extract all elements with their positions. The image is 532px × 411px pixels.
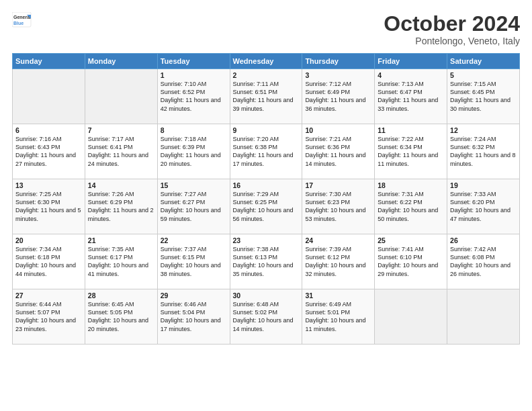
week-row-3: 13Sunrise: 7:25 AM Sunset: 6:30 PM Dayli…	[13, 179, 520, 234]
day-number: 15	[161, 181, 227, 189]
cell-3-4: 16Sunrise: 7:29 AM Sunset: 6:25 PM Dayli…	[230, 179, 302, 234]
day-number: 19	[450, 181, 517, 189]
day-number: 6	[15, 126, 82, 134]
week-row-5: 27Sunrise: 6:44 AM Sunset: 5:07 PM Dayli…	[13, 289, 520, 345]
cell-5-7	[447, 289, 520, 345]
day-info: Sunrise: 7:26 AM Sunset: 6:29 PM Dayligh…	[88, 190, 154, 223]
col-wednesday: Wednesday	[230, 54, 302, 69]
cell-2-6: 11Sunrise: 7:22 AM Sunset: 6:34 PM Dayli…	[375, 124, 447, 179]
day-info: Sunrise: 7:30 AM Sunset: 6:23 PM Dayligh…	[305, 190, 371, 223]
month-title: October 2024	[384, 12, 520, 36]
col-saturday: Saturday	[447, 54, 520, 69]
day-info: Sunrise: 7:31 AM Sunset: 6:22 PM Dayligh…	[378, 190, 444, 223]
week-row-1: 1Sunrise: 7:10 AM Sunset: 6:52 PM Daylig…	[13, 69, 520, 124]
col-monday: Monday	[85, 54, 157, 69]
day-number: 26	[450, 236, 517, 244]
day-info: Sunrise: 7:15 AM Sunset: 6:45 PM Dayligh…	[450, 80, 517, 113]
cell-1-1	[13, 69, 85, 124]
header: General Blue October 2024 Pontelongo, Ve…	[12, 12, 520, 46]
cell-1-3: 1Sunrise: 7:10 AM Sunset: 6:52 PM Daylig…	[157, 69, 230, 124]
day-info: Sunrise: 7:16 AM Sunset: 6:43 PM Dayligh…	[15, 135, 82, 168]
day-number: 23	[233, 236, 300, 244]
day-number: 11	[378, 126, 444, 134]
day-number: 2	[233, 71, 300, 79]
cell-5-4: 30Sunrise: 6:48 AM Sunset: 5:02 PM Dayli…	[230, 289, 302, 345]
day-info: Sunrise: 7:34 AM Sunset: 6:18 PM Dayligh…	[15, 245, 82, 278]
day-number: 1	[161, 71, 227, 79]
day-info: Sunrise: 6:46 AM Sunset: 5:04 PM Dayligh…	[161, 300, 227, 333]
day-info: Sunrise: 7:22 AM Sunset: 6:34 PM Dayligh…	[378, 135, 444, 168]
cell-2-2: 7Sunrise: 7:17 AM Sunset: 6:41 PM Daylig…	[85, 124, 157, 179]
cell-3-2: 14Sunrise: 7:26 AM Sunset: 6:29 PM Dayli…	[85, 179, 157, 234]
day-number: 4	[378, 71, 444, 79]
cell-5-3: 29Sunrise: 6:46 AM Sunset: 5:04 PM Dayli…	[157, 289, 230, 345]
col-friday: Friday	[375, 54, 447, 69]
day-number: 25	[378, 236, 444, 244]
cell-4-2: 21Sunrise: 7:35 AM Sunset: 6:17 PM Dayli…	[85, 234, 157, 289]
page: General Blue October 2024 Pontelongo, Ve…	[0, 0, 532, 411]
day-info: Sunrise: 7:21 AM Sunset: 6:36 PM Dayligh…	[305, 135, 371, 168]
calendar-table: Sunday Monday Tuesday Wednesday Thursday…	[12, 53, 520, 345]
cell-3-7: 19Sunrise: 7:33 AM Sunset: 6:20 PM Dayli…	[447, 179, 520, 234]
day-info: Sunrise: 6:48 AM Sunset: 5:02 PM Dayligh…	[233, 300, 300, 333]
cell-1-6: 4Sunrise: 7:13 AM Sunset: 6:47 PM Daylig…	[375, 69, 447, 124]
day-info: Sunrise: 7:11 AM Sunset: 6:51 PM Dayligh…	[233, 80, 300, 113]
day-number: 30	[233, 291, 300, 300]
header-row: Sunday Monday Tuesday Wednesday Thursday…	[13, 54, 520, 69]
day-number: 28	[88, 291, 154, 300]
week-row-2: 6Sunrise: 7:16 AM Sunset: 6:43 PM Daylig…	[13, 124, 520, 179]
cell-2-1: 6Sunrise: 7:16 AM Sunset: 6:43 PM Daylig…	[13, 124, 85, 179]
day-number: 18	[378, 181, 444, 189]
cell-1-4: 2Sunrise: 7:11 AM Sunset: 6:51 PM Daylig…	[230, 69, 302, 124]
day-info: Sunrise: 7:33 AM Sunset: 6:20 PM Dayligh…	[450, 190, 517, 223]
cell-2-7: 12Sunrise: 7:24 AM Sunset: 6:32 PM Dayli…	[447, 124, 520, 179]
day-number: 7	[88, 126, 154, 134]
cell-4-7: 26Sunrise: 7:42 AM Sunset: 6:08 PM Dayli…	[447, 234, 520, 289]
day-info: Sunrise: 7:42 AM Sunset: 6:08 PM Dayligh…	[450, 245, 517, 278]
cell-4-4: 23Sunrise: 7:38 AM Sunset: 6:13 PM Dayli…	[230, 234, 302, 289]
day-number: 20	[15, 236, 82, 244]
day-number: 9	[233, 126, 300, 134]
cell-4-6: 25Sunrise: 7:41 AM Sunset: 6:10 PM Dayli…	[375, 234, 447, 289]
cell-1-7: 5Sunrise: 7:15 AM Sunset: 6:45 PM Daylig…	[447, 69, 520, 124]
cell-4-5: 24Sunrise: 7:39 AM Sunset: 6:12 PM Dayli…	[302, 234, 375, 289]
day-info: Sunrise: 7:37 AM Sunset: 6:15 PM Dayligh…	[161, 245, 227, 278]
day-info: Sunrise: 6:44 AM Sunset: 5:07 PM Dayligh…	[15, 300, 82, 333]
location-subtitle: Pontelongo, Veneto, Italy	[384, 36, 520, 46]
day-info: Sunrise: 7:29 AM Sunset: 6:25 PM Dayligh…	[233, 190, 300, 223]
cell-1-2	[85, 69, 157, 124]
day-info: Sunrise: 7:18 AM Sunset: 6:39 PM Dayligh…	[161, 135, 227, 168]
day-info: Sunrise: 6:49 AM Sunset: 5:01 PM Dayligh…	[305, 300, 371, 333]
day-number: 21	[88, 236, 154, 244]
day-info: Sunrise: 7:38 AM Sunset: 6:13 PM Dayligh…	[233, 245, 300, 278]
cell-4-3: 22Sunrise: 7:37 AM Sunset: 6:15 PM Dayli…	[157, 234, 230, 289]
day-info: Sunrise: 7:12 AM Sunset: 6:49 PM Dayligh…	[305, 80, 371, 113]
day-number: 27	[15, 291, 82, 300]
day-info: Sunrise: 7:27 AM Sunset: 6:27 PM Dayligh…	[161, 190, 227, 223]
day-number: 14	[88, 181, 154, 189]
cell-3-5: 17Sunrise: 7:30 AM Sunset: 6:23 PM Dayli…	[302, 179, 375, 234]
day-info: Sunrise: 7:24 AM Sunset: 6:32 PM Dayligh…	[450, 135, 517, 168]
day-number: 8	[161, 126, 227, 134]
day-info: Sunrise: 7:41 AM Sunset: 6:10 PM Dayligh…	[378, 245, 444, 278]
day-number: 29	[161, 291, 227, 300]
day-number: 13	[15, 181, 82, 189]
cell-5-6	[375, 289, 447, 345]
col-thursday: Thursday	[302, 54, 375, 69]
day-info: Sunrise: 7:39 AM Sunset: 6:12 PM Dayligh…	[305, 245, 371, 278]
logo-icon: General Blue	[12, 12, 32, 28]
logo: General Blue	[12, 12, 32, 28]
day-number: 5	[450, 71, 517, 79]
cell-5-5: 31Sunrise: 6:49 AM Sunset: 5:01 PM Dayli…	[302, 289, 375, 345]
day-number: 22	[161, 236, 227, 244]
cell-5-1: 27Sunrise: 6:44 AM Sunset: 5:07 PM Dayli…	[13, 289, 85, 345]
cell-3-3: 15Sunrise: 7:27 AM Sunset: 6:27 PM Dayli…	[157, 179, 230, 234]
cell-5-2: 28Sunrise: 6:45 AM Sunset: 5:05 PM Dayli…	[85, 289, 157, 345]
cell-1-5: 3Sunrise: 7:12 AM Sunset: 6:49 PM Daylig…	[302, 69, 375, 124]
day-number: 24	[305, 236, 371, 244]
svg-text:Blue: Blue	[13, 21, 24, 26]
day-number: 3	[305, 71, 371, 79]
day-number: 12	[450, 126, 517, 134]
day-info: Sunrise: 7:17 AM Sunset: 6:41 PM Dayligh…	[88, 135, 154, 168]
day-info: Sunrise: 7:20 AM Sunset: 6:38 PM Dayligh…	[233, 135, 300, 168]
